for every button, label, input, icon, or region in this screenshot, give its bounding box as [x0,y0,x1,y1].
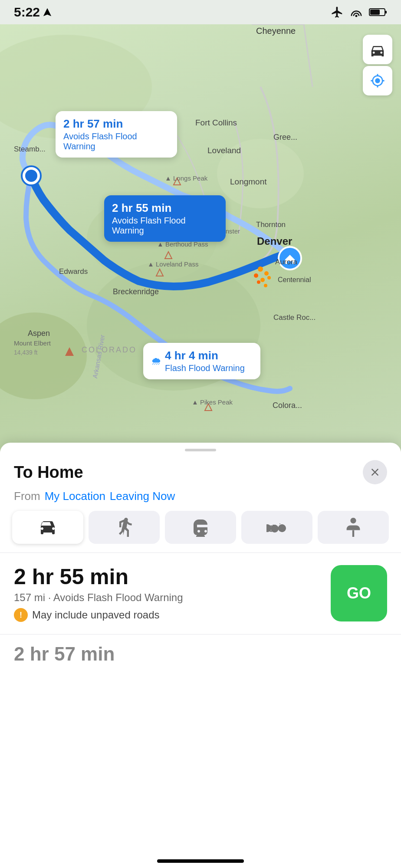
svg-point-13 [258,266,263,272]
callout3-desc: Flash Flood Warning [165,363,245,373]
from-label: From [14,490,40,503]
svg-point-15 [254,273,258,278]
map-label-breckenridge: Breckenridge [113,287,159,296]
map-label-greeley: Gree... [273,133,297,142]
callout1-time: 2 hr 57 min [63,117,169,131]
map-label-castle-rock: Castle Roc... [273,313,316,322]
wifi-icon [350,7,363,17]
map-label-edwards: Edwards [59,267,88,276]
my-location-link[interactable]: My Location [45,490,105,503]
svg-point-18 [257,280,260,284]
map-drive-mode-btn[interactable] [363,35,392,64]
route-callout-2[interactable]: 2 hr 55 min Avoids Flash Flood Warning [104,195,226,242]
svg-point-16 [260,278,265,282]
tab-bike[interactable] [241,511,312,544]
battery-icon [369,7,387,17]
route-callout-1[interactable]: 2 hr 57 min Avoids Flash Flood Warning [56,111,177,158]
map-label-thornton: Thornton [256,220,286,229]
svg-line-9 [304,24,312,87]
transport-tabs [0,511,401,544]
map-label-cheyenne: Cheyenne [256,26,296,36]
svg-rect-27 [352,530,354,537]
map-label-colorado-city: Colora... [273,401,302,410]
leaving-now-link[interactable]: Leaving Now [110,490,175,503]
secondary-route-time: 2 hr 57 min [14,643,115,665]
svg-point-17 [267,276,271,279]
map-label-centennial: Centennial [278,276,311,284]
bottom-sheet: To Home From My Location Leaving Now [0,443,401,868]
location-arrow-icon [43,7,52,17]
svg-rect-1 [385,11,387,13]
map-label-longs-peak: ▲ Longs Peak [165,174,207,182]
callout2-time: 2 hr 55 min [112,201,218,215]
map-label-elbert-elevation: 14,439 ft [14,349,38,356]
map-label-pikes-peak: ▲ Pikes Peak [192,398,233,406]
primary-route-card: 2 hr 55 min 157 mi · Avoids Flash Flood … [0,553,401,634]
status-icons [331,6,387,19]
secondary-route-card[interactable]: 2 hr 57 min [0,635,401,674]
sheet-from: From My Location Leaving Now [0,488,401,511]
map-label-denver: Denver [257,235,292,247]
sheet-header: To Home [0,451,401,488]
map-label-fort-collins: Fort Collins [195,118,237,128]
close-button[interactable] [363,460,387,484]
map-label-aspen: Aspen [28,329,50,338]
tab-walk[interactable] [89,511,160,544]
time-display: 5:22 [14,5,40,20]
go-button-label: GO [347,584,371,602]
airplane-icon [331,6,344,19]
map-label-aurora: Aurora [275,258,297,266]
tab-drive[interactable] [12,511,83,544]
map-label-colorado: COLORADO [82,345,137,355]
route-details: 157 mi · Avoids Flash Flood Warning [14,592,183,604]
status-time: 5:22 [14,5,52,20]
tab-rideshare[interactable] [318,511,389,544]
map-location-btn[interactable] [363,66,392,95]
callout2-desc: Avoids Flash Flood Warning [112,216,218,236]
route-warning: ! May include unpaved roads [14,608,183,622]
svg-rect-2 [370,10,380,15]
map-label-loveland-pass: ▲ Loveland Pass [148,260,198,268]
warning-icon: ! [14,608,28,622]
svg-point-14 [264,271,269,276]
svg-point-19 [264,284,267,287]
status-bar: 5:22 [0,0,401,24]
callout3-time: 4 hr 4 min [165,349,245,362]
warning-text: May include unpaved roads [32,609,160,621]
home-indicator [157,859,244,863]
map-label-mount-elbert: Mount Elbert [14,339,51,347]
sheet-title: To Home [14,463,83,482]
tab-transit[interactable] [165,511,236,544]
map-area[interactable]: Cheyenne Fort Collins Loveland Longmont … [0,0,401,451]
route-time: 2 hr 55 min [14,565,183,589]
map-label-longmont: Longmont [230,177,267,187]
map-controls [363,35,392,95]
route-callout-3[interactable]: 🌧 4 hr 4 min Flash Flood Warning [143,343,260,379]
go-button[interactable]: GO [331,565,387,621]
route-info: 2 hr 55 min 157 mi · Avoids Flash Flood … [14,565,183,622]
map-label-loveland: Loveland [207,146,241,155]
map-label-steamboat: Steamb... [14,145,46,154]
callout1-desc: Avoids Flash Flood Warning [63,132,169,151]
svg-point-11 [25,170,37,182]
